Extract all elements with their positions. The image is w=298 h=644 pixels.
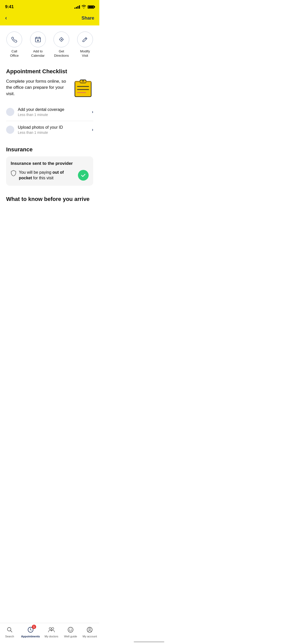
- action-call-office[interactable]: CallOffice: [6, 32, 22, 58]
- battery-icon: [88, 5, 94, 9]
- shield-icon: [11, 170, 16, 176]
- edit-icon: [82, 36, 88, 43]
- insurance-card: Insurance sent to the provider You will …: [6, 156, 93, 186]
- insurance-card-title: Insurance sent to the provider: [11, 161, 89, 166]
- insurance-card-left: You will be paying out of pocket for thi…: [11, 170, 75, 181]
- signal-icon: [74, 5, 80, 9]
- modify-visit-label: ModifyVisit: [80, 49, 90, 58]
- directions-icon: [58, 36, 65, 43]
- checklist-description: Complete your forms online, so the offic…: [6, 78, 69, 97]
- what-to-know-section: What to know before you arrive: [0, 191, 99, 205]
- status-icons: [74, 5, 94, 9]
- wifi-icon: [82, 5, 86, 9]
- action-add-calendar[interactable]: Add toCalendar: [30, 32, 46, 58]
- insurance-title: Insurance: [6, 146, 93, 153]
- call-office-icon-circle: [6, 32, 22, 47]
- calendar-plus-icon: [35, 36, 41, 43]
- clipboard-illustration: [73, 78, 93, 99]
- checklist-header: Complete your forms online, so the offic…: [6, 78, 93, 99]
- action-modify-visit[interactable]: ModifyVisit: [77, 32, 93, 58]
- call-office-label: CallOffice: [10, 49, 19, 58]
- status-bar: 9:41: [0, 0, 99, 13]
- what-to-know-title: What to know before you arrive: [6, 196, 93, 202]
- id-item-title: Upload photos of your ID: [18, 125, 92, 130]
- share-button[interactable]: Share: [82, 16, 94, 21]
- dental-chevron-icon: ›: [92, 110, 93, 114]
- svg-rect-1: [75, 81, 91, 97]
- quick-actions: CallOffice Add toCalendar GetDirections: [0, 25, 99, 63]
- checklist-text-id: Upload photos of your ID Less than 1 min…: [18, 125, 92, 135]
- get-directions-icon-circle: [53, 32, 69, 47]
- insurance-check-circle: [78, 170, 89, 181]
- checkmark-icon: [80, 172, 86, 178]
- checklist-text-dental: Add your dental coverage Less than 1 min…: [18, 107, 92, 117]
- id-item-subtitle: Less than 1 minute: [18, 130, 92, 135]
- checklist-dot-dental: [6, 108, 14, 116]
- insurance-card-body: You will be paying out of pocket for thi…: [11, 170, 89, 181]
- insurance-section: Insurance Insurance sent to the provider…: [0, 141, 99, 191]
- checklist-item-id[interactable]: Upload photos of your ID Less than 1 min…: [6, 121, 93, 139]
- back-button[interactable]: ‹: [5, 15, 7, 21]
- add-calendar-label: Add toCalendar: [31, 49, 45, 58]
- appointment-checklist-section: Appointment Checklist Complete your form…: [0, 63, 99, 141]
- id-chevron-icon: ›: [92, 127, 93, 132]
- insurance-card-text: You will be paying out of pocket for thi…: [19, 170, 75, 181]
- action-get-directions[interactable]: GetDirections: [53, 32, 69, 58]
- status-time: 9:41: [5, 4, 14, 9]
- header: ‹ Share: [0, 13, 99, 25]
- dental-item-title: Add your dental coverage: [18, 107, 92, 112]
- dental-item-subtitle: Less than 1 minute: [18, 113, 92, 117]
- checklist-dot-id: [6, 126, 14, 134]
- checklist-title: Appointment Checklist: [6, 68, 93, 75]
- add-calendar-icon-circle: [30, 32, 46, 47]
- phone-icon: [11, 36, 18, 43]
- modify-visit-icon-circle: [77, 32, 93, 47]
- get-directions-label: GetDirections: [54, 49, 69, 58]
- checklist-item-dental[interactable]: Add your dental coverage Less than 1 min…: [6, 103, 93, 121]
